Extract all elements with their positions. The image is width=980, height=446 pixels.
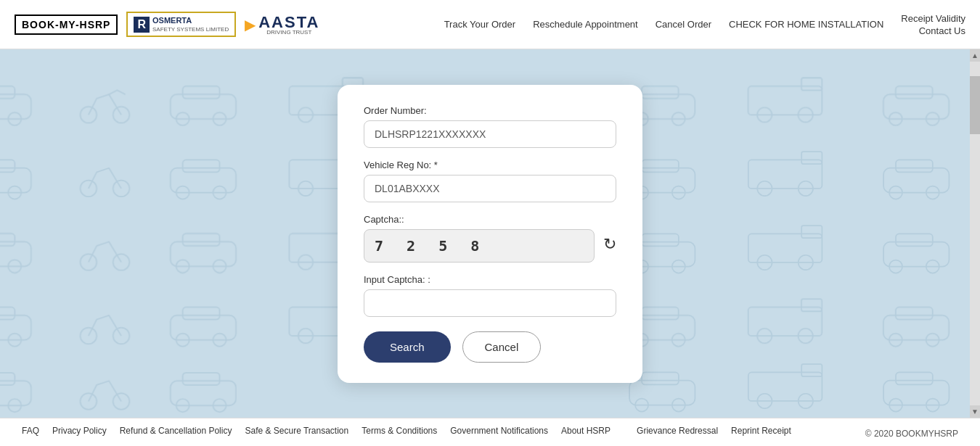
footer-link-reprint[interactable]: Reprint Receipt xyxy=(731,426,791,436)
footer-link-faq[interactable]: FAQ xyxy=(22,426,39,436)
logos: BOOK-MY-HSRP R OSMERTA SAFETY SYSTEMS LI… xyxy=(15,12,319,36)
order-number-label: Order Number: xyxy=(364,105,616,116)
footer-link-privacy[interactable]: Privacy Policy xyxy=(52,426,107,436)
nav-track-order[interactable]: Track Your Order xyxy=(444,19,516,30)
nav-cancel-order[interactable]: Cancel Order xyxy=(656,19,711,30)
nav-check-home[interactable]: CHECK FOR HOME INSTALLATION xyxy=(729,19,883,30)
rosmerta-r-icon: R xyxy=(134,17,150,33)
footer-link-govt[interactable]: Government Notifications xyxy=(450,426,548,436)
nav-receipt-validity[interactable]: Receipt Validity xyxy=(901,13,965,24)
modal-overlay: Order Number: Vehicle Reg No: * Captcha:… xyxy=(0,49,980,418)
vehicle-reg-group: Vehicle Reg No: * xyxy=(364,160,616,202)
footer-copyright: © 2020 BOOKMYHSRP xyxy=(865,429,958,439)
rosmerta-sub: SAFETY SYSTEMS LIMITED xyxy=(152,26,229,33)
order-number-input[interactable] xyxy=(364,120,616,148)
captcha-box: 7 2 5 8 xyxy=(364,229,595,263)
logo-rosmerta[interactable]: R OSMERTA SAFETY SYSTEMS LIMITED xyxy=(126,12,236,36)
footer-link-terms[interactable]: Terms & Conditions xyxy=(362,426,437,436)
rosmerta-name: OSMERTA xyxy=(152,16,229,25)
aasta-icon: ▶ xyxy=(245,16,256,33)
main-content: ▲ ▼ Order Number: Vehicle Reg No: * Capt… xyxy=(0,49,980,418)
vehicle-reg-input[interactable] xyxy=(364,175,616,202)
footer-link-grievance[interactable]: Grievance Redressal xyxy=(637,426,718,436)
captcha-row: 7 2 5 8 ↻ xyxy=(364,229,616,263)
footer: FAQ Privacy Policy Refund & Cancellation… xyxy=(0,418,980,446)
footer-link-about[interactable]: About HSRP xyxy=(561,426,611,436)
logo-aasta[interactable]: ▶ AASTA DRIVING TRUST xyxy=(245,13,319,36)
nav-contact-us[interactable]: Contact Us xyxy=(919,25,965,36)
footer-link-safe[interactable]: Safe & Secure Transaction xyxy=(245,426,348,436)
search-button[interactable]: Search xyxy=(364,331,451,363)
nav-right-group: Receipt Validity Contact Us xyxy=(901,13,965,36)
footer-link-refund[interactable]: Refund & Cancellation Policy xyxy=(120,426,232,436)
form-modal: Order Number: Vehicle Reg No: * Captcha:… xyxy=(338,85,642,383)
captcha-display: 7 2 5 8 xyxy=(364,229,595,263)
cancel-button[interactable]: Cancel xyxy=(462,331,542,363)
order-number-group: Order Number: xyxy=(364,105,616,148)
captcha-refresh-icon[interactable]: ↻ xyxy=(603,235,616,254)
nav: Track Your Order Reschedule Appointment … xyxy=(444,13,965,36)
vehicle-reg-label: Vehicle Reg No: * xyxy=(364,160,616,170)
button-row: Search Cancel xyxy=(364,331,616,363)
header: BOOK-MY-HSRP R OSMERTA SAFETY SYSTEMS LI… xyxy=(0,0,980,49)
logo-bookmyhsrp[interactable]: BOOK-MY-HSRP xyxy=(15,15,118,35)
footer-links: FAQ Privacy Policy Refund & Cancellation… xyxy=(22,426,791,436)
input-captcha-group: Input Captcha: : xyxy=(364,274,616,317)
input-captcha-label: Input Captcha: : xyxy=(364,274,616,285)
input-captcha-input[interactable] xyxy=(364,289,616,317)
captcha-label: Captcha:: xyxy=(364,214,616,225)
nav-reschedule[interactable]: Reschedule Appointment xyxy=(533,19,638,30)
captcha-group: Captcha:: 7 2 5 8 ↻ xyxy=(364,214,616,263)
aasta-sub: DRIVING TRUST xyxy=(258,29,319,36)
